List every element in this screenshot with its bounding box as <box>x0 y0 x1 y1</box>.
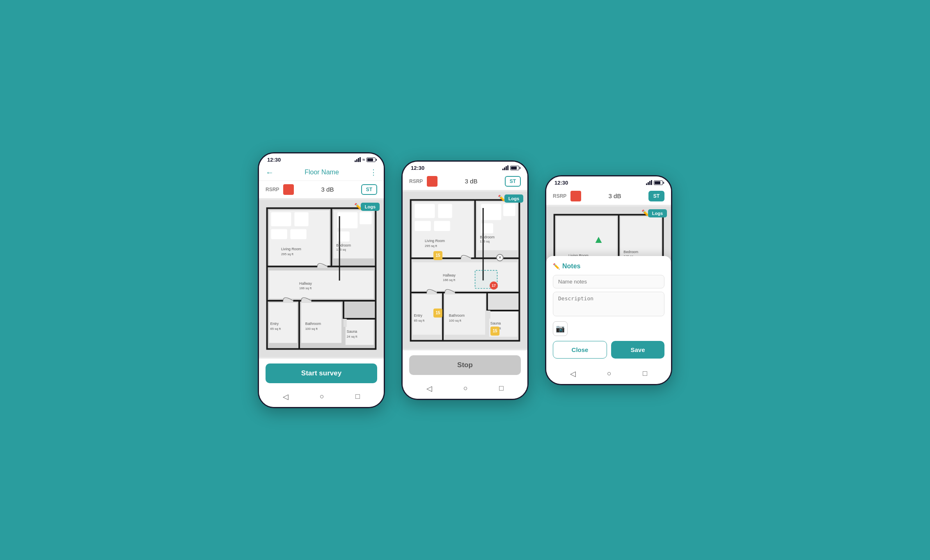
badge-15-living: 15 <box>433 251 442 260</box>
svg-rect-58 <box>415 221 431 231</box>
page-title-1: Floor Name <box>274 169 370 176</box>
svg-rect-4 <box>269 270 374 299</box>
svg-rect-59 <box>434 221 450 231</box>
status-icons-2 <box>502 165 519 170</box>
phone-1: 12:30 ≈ ← Floor Name ⋮ RSRP 3 dB ST <box>258 152 385 408</box>
rsrp-label-1: RSRP <box>266 187 279 192</box>
svg-text:116 sq: 116 sq <box>336 248 346 251</box>
logs-button-1[interactable]: Logs <box>361 203 380 211</box>
rsrp-value-2: 3 dB <box>442 178 500 185</box>
stop-button[interactable]: Stop <box>409 355 521 375</box>
floor-plan-svg-2: Bedroom 116 sq Living Room 295 sq ft Hal… <box>403 190 527 350</box>
rsrp-color-indicator-3 <box>570 191 581 201</box>
upload-photo-button[interactable]: 📷 <box>553 321 568 336</box>
more-options-button-1[interactable]: ⋮ <box>370 168 377 177</box>
svg-text:Bedroom: Bedroom <box>336 243 351 247</box>
svg-rect-57 <box>438 204 452 218</box>
status-bar-2: 12:30 <box>403 162 527 173</box>
map-area-3[interactable]: Bedroom 116 sq Living Room Hallway Entry… <box>546 205 671 365</box>
pencil-icon: ✏️ <box>553 263 560 270</box>
floor-plan-svg-1: Bedroom 116 sq Living Room 295 sq ft Hal… <box>259 199 384 359</box>
svg-text:Bathroom: Bathroom <box>449 313 465 317</box>
nav-bar-1: ◁ ○ □ <box>259 388 384 407</box>
time-1: 12:30 <box>267 157 281 163</box>
svg-text:24 sq ft: 24 sq ft <box>347 335 357 338</box>
close-notes-button[interactable]: Close <box>553 341 607 359</box>
nav-home-1[interactable]: ○ <box>320 392 324 401</box>
rsrp-label-2: RSRP <box>409 178 423 184</box>
status-icons-3 <box>646 180 663 185</box>
st-badge-3[interactable]: ST <box>648 191 664 201</box>
rsrp-bar-3: RSRP 3 dB ST <box>546 187 671 205</box>
svg-text:65 sq ft: 65 sq ft <box>414 318 424 322</box>
app-header-1: ← Floor Name ⋮ <box>259 165 384 181</box>
nav-back-3[interactable]: ◁ <box>570 369 576 378</box>
time-2: 12:30 <box>411 165 424 171</box>
name-notes-input[interactable] <box>553 275 664 288</box>
logs-button-3[interactable]: Logs <box>648 209 667 217</box>
svg-text:Hallway: Hallway <box>299 281 312 285</box>
back-button-1[interactable]: ← <box>266 168 274 177</box>
notes-title: ✏️ Notes <box>553 263 664 270</box>
svg-rect-60 <box>481 204 501 220</box>
badge-15-hallway: 15 <box>433 309 442 318</box>
svg-rect-24 <box>360 212 371 224</box>
battery-icon-1 <box>367 158 376 162</box>
rsrp-color-indicator-2 <box>427 176 438 187</box>
rsrp-color-indicator-1 <box>283 184 294 195</box>
logs-button-2[interactable]: Logs <box>504 194 523 203</box>
svg-rect-18 <box>344 319 347 327</box>
rsrp-value-1: 3 dB <box>298 186 357 193</box>
close-selection-button[interactable]: ✕ <box>496 254 504 261</box>
nav-square-1[interactable]: □ <box>355 392 360 401</box>
st-badge-2[interactable]: ST <box>505 176 521 187</box>
nav-square-2[interactable]: □ <box>499 384 504 393</box>
phone-3: 12:30 RSRP 3 dB ST <box>545 175 672 385</box>
st-badge-1[interactable]: ST <box>361 184 377 195</box>
start-survey-button[interactable]: Start survey <box>266 363 377 383</box>
description-input[interactable] <box>553 292 664 316</box>
svg-text:Bedroom: Bedroom <box>623 249 638 254</box>
status-bar-3: 12:30 <box>546 176 671 187</box>
upload-icon: 📷 <box>556 324 565 333</box>
svg-text:Bathroom: Bathroom <box>305 321 321 325</box>
nav-back-1[interactable]: ◁ <box>283 392 289 401</box>
svg-text:295 sq ft: 295 sq ft <box>425 244 438 248</box>
map-area-1[interactable]: Bedroom 116 sq Living Room 295 sq ft Hal… <box>259 199 384 359</box>
nav-home-3[interactable]: ○ <box>607 369 612 378</box>
bottom-button-container-2: Stop <box>403 350 527 380</box>
notes-label: Notes <box>562 263 580 270</box>
nav-square-3[interactable]: □ <box>643 369 647 378</box>
svg-rect-55 <box>487 311 490 319</box>
svg-text:100 sq ft: 100 sq ft <box>449 318 462 322</box>
svg-text:Entry: Entry <box>414 313 422 317</box>
notes-actions: Close Save <box>553 341 664 359</box>
nav-home-2[interactable]: ○ <box>463 384 468 393</box>
svg-rect-23 <box>337 212 357 228</box>
nav-bar-2: ◁ ○ □ <box>403 380 527 399</box>
svg-rect-19 <box>271 212 291 226</box>
map-area-2[interactable]: Bedroom 116 sq Living Room 295 sq ft Hal… <box>403 190 527 350</box>
signal-icon-1 <box>355 157 361 162</box>
signal-icon-2 <box>502 165 509 170</box>
status-bar-1: 12:30 ≈ <box>259 153 384 165</box>
svg-text:Sauna: Sauna <box>347 329 357 334</box>
svg-text:100 sq ft: 100 sq ft <box>305 327 318 330</box>
rsrp-label-3: RSRP <box>553 193 566 199</box>
rsrp-value-3: 3 dB <box>585 192 644 199</box>
nav-bar-3: ◁ ○ □ <box>546 365 671 384</box>
svg-rect-22 <box>290 229 306 239</box>
time-3: 12:30 <box>554 180 568 186</box>
svg-rect-20 <box>294 212 308 226</box>
phones-container: 12:30 ≈ ← Floor Name ⋮ RSRP 3 dB ST <box>241 136 689 425</box>
save-notes-button[interactable]: Save <box>611 341 664 359</box>
bottom-button-container-1: Start survey <box>259 359 384 388</box>
svg-text:Bedroom: Bedroom <box>480 235 495 239</box>
nav-back-2[interactable]: ◁ <box>426 384 432 393</box>
rsrp-bar-2: RSRP 3 dB ST <box>403 173 527 190</box>
svg-text:Living Room: Living Room <box>425 239 445 243</box>
battery-icon-2 <box>510 166 519 170</box>
badge-15-bathroom: 15 <box>490 327 499 336</box>
svg-rect-56 <box>415 204 435 218</box>
svg-text:166 sq ft: 166 sq ft <box>443 278 456 282</box>
